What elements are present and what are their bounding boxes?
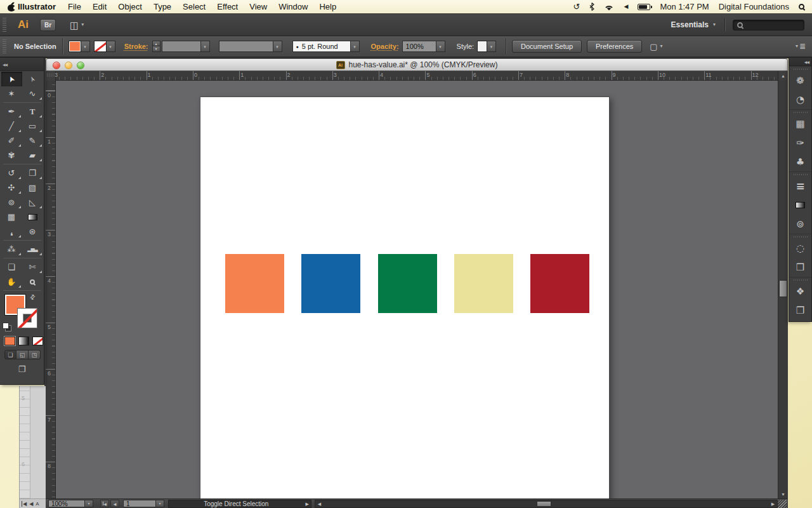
stroke-indicator-none[interactable]: [17, 308, 37, 328]
artboard-square-green[interactable]: [378, 254, 437, 313]
brushes-panel[interactable]: ✑: [789, 133, 811, 152]
color-button[interactable]: [4, 337, 15, 345]
menu-type[interactable]: Type: [148, 2, 177, 11]
preferences-button[interactable]: Preferences: [587, 40, 642, 53]
column-graph-tool[interactable]: ▂▅▃: [22, 242, 43, 257]
select-similar-control[interactable]: ▢ ▾: [650, 42, 662, 51]
draw-inside-button[interactable]: ◳: [29, 350, 41, 359]
launch-bridge-button[interactable]: Br: [40, 19, 56, 31]
artboard-square-yellow[interactable]: [454, 254, 513, 313]
opacity-value[interactable]: 100%: [402, 41, 436, 52]
document-titlebar[interactable]: Ai hue-has-value.ai* @ 100% (CMYK/Previe…: [46, 58, 788, 71]
stroke-swatch-none[interactable]: [94, 41, 107, 52]
vertical-scrollbar[interactable]: ▲ ▼: [778, 71, 788, 498]
background-document-window[interactable]: 56 ◀ ◀ A: [19, 386, 46, 508]
stroke-weight-select[interactable]: ▾: [162, 41, 210, 52]
artboard-square-blue[interactable]: [301, 254, 360, 313]
artboard-tool[interactable]: ❏: [1, 260, 22, 274]
symbols-panel[interactable]: ♣: [789, 152, 811, 171]
menu-app-name[interactable]: Illustrator: [15, 2, 62, 11]
fill-dropdown-button[interactable]: ▾: [81, 41, 90, 52]
vertical-scroll-thumb[interactable]: [779, 280, 787, 297]
previous-artboard-icon[interactable]: ◀: [29, 501, 33, 507]
opacity-select[interactable]: 100% ▾: [402, 41, 445, 52]
tools-panel-header[interactable]: ◀◀: [0, 58, 44, 71]
gradient-button[interactable]: [18, 337, 29, 345]
horizontal-scrollbar[interactable]: ◀ ▶: [315, 500, 778, 508]
free-transform-tool[interactable]: ▧: [22, 180, 43, 195]
control-panel-menu-button[interactable]: ▾ ≣: [796, 42, 806, 51]
paintbrush-tool[interactable]: ✐: [1, 133, 22, 148]
time-machine-icon[interactable]: ↺: [573, 3, 580, 11]
draw-normal-button[interactable]: ❏: [4, 350, 16, 359]
opacity-dropdown-button[interactable]: ▾: [436, 41, 445, 52]
gradient-panel[interactable]: [789, 196, 811, 215]
swatches-panel[interactable]: ▦: [789, 114, 811, 133]
pen-tool[interactable]: ✒: [1, 104, 22, 119]
first-artboard-button[interactable]: ◀: [100, 500, 109, 507]
eraser-tool[interactable]: ▰: [22, 148, 43, 163]
gradient-tool[interactable]: [22, 210, 43, 224]
stroke-panel-link[interactable]: Stroke:: [124, 43, 148, 50]
artboards-panel[interactable]: ❐: [789, 301, 811, 320]
expand-panels-icon[interactable]: ◀◀: [804, 60, 809, 64]
stroke-weight-stepper[interactable]: ▴ ▾: [152, 41, 160, 52]
zoom-dropdown-button[interactable]: ▾: [85, 500, 93, 507]
zoom-level-field[interactable]: 100%: [48, 500, 85, 507]
volume-icon[interactable]: ◀: [624, 4, 628, 10]
lasso-tool[interactable]: ∿: [22, 86, 43, 101]
first-artboard-icon[interactable]: ◀: [22, 501, 27, 507]
appearance-panel[interactable]: ◌: [789, 239, 811, 258]
variable-width-select[interactable]: ▾: [219, 41, 282, 52]
transparency-panel[interactable]: ⊚: [789, 215, 811, 234]
canvas-pasteboard[interactable]: [56, 81, 778, 498]
status-expand-icon[interactable]: ▶: [304, 502, 311, 507]
previous-artboard-button[interactable]: ◀: [110, 500, 119, 507]
style-dropdown-button[interactable]: ▾: [487, 41, 496, 52]
menu-clock[interactable]: Mon 1:47 PM: [660, 2, 709, 11]
magic-wand-tool[interactable]: ✶: [1, 86, 22, 101]
stroke-dropdown-button[interactable]: ▾: [107, 41, 115, 52]
default-fill-stroke-icon[interactable]: [3, 323, 11, 331]
perspective-grid-tool[interactable]: ◺: [22, 195, 43, 210]
menu-help[interactable]: Help: [313, 2, 342, 11]
type-tool[interactable]: T: [22, 104, 43, 119]
style-swatch[interactable]: [477, 41, 487, 52]
zoom-window-button[interactable]: [77, 62, 84, 69]
menu-account[interactable]: Digital Foundations: [719, 2, 789, 11]
style-select[interactable]: ▾: [477, 41, 496, 52]
change-screen-mode-button[interactable]: ❐: [14, 363, 30, 375]
none-button[interactable]: [32, 337, 43, 345]
stroke-color-control[interactable]: ▾: [94, 41, 115, 52]
graphic-styles-panel[interactable]: ❒: [789, 258, 811, 277]
slice-tool[interactable]: ✄: [22, 260, 43, 274]
dock-header[interactable]: ◀◀: [789, 58, 811, 66]
fill-color-control[interactable]: ▾: [69, 41, 90, 52]
symbol-sprayer-tool[interactable]: ⁂: [1, 242, 22, 257]
variable-width-dropdown-button[interactable]: ▾: [273, 41, 282, 52]
color-panel[interactable]: ❁: [789, 71, 811, 90]
menu-select[interactable]: Select: [177, 2, 211, 11]
stroke-panel[interactable]: ≡: [789, 177, 811, 196]
artboard-dropdown-button[interactable]: ▾: [156, 500, 164, 507]
blend-tool[interactable]: ⊛: [22, 224, 43, 239]
eyedropper-tool[interactable]: ❜: [1, 224, 22, 239]
rectangle-tool[interactable]: ▭: [22, 119, 43, 133]
menu-view[interactable]: View: [244, 2, 273, 11]
layers-panel[interactable]: ❖: [789, 282, 811, 301]
swap-fill-stroke-icon[interactable]: ⇄: [28, 293, 37, 302]
menu-effect[interactable]: Effect: [211, 2, 244, 11]
bluetooth-icon[interactable]: [589, 3, 594, 11]
direct-selection-tool[interactable]: ➢: [22, 72, 43, 86]
artboard-square-red[interactable]: [530, 254, 589, 313]
line-segment-tool[interactable]: ╱: [1, 119, 22, 133]
pencil-tool[interactable]: ✎: [22, 133, 43, 148]
scroll-up-button[interactable]: ▲: [778, 71, 788, 80]
workspace-switcher[interactable]: Essentials ▾: [662, 18, 725, 31]
stepper-up-icon[interactable]: ▴: [152, 41, 160, 46]
scale-tool[interactable]: ❐: [22, 166, 43, 180]
color-guide-panel[interactable]: ◔: [789, 90, 811, 109]
artboard-square-orange[interactable]: [225, 254, 284, 313]
wifi-icon[interactable]: [604, 3, 614, 10]
scroll-down-button[interactable]: ▼: [778, 490, 788, 498]
